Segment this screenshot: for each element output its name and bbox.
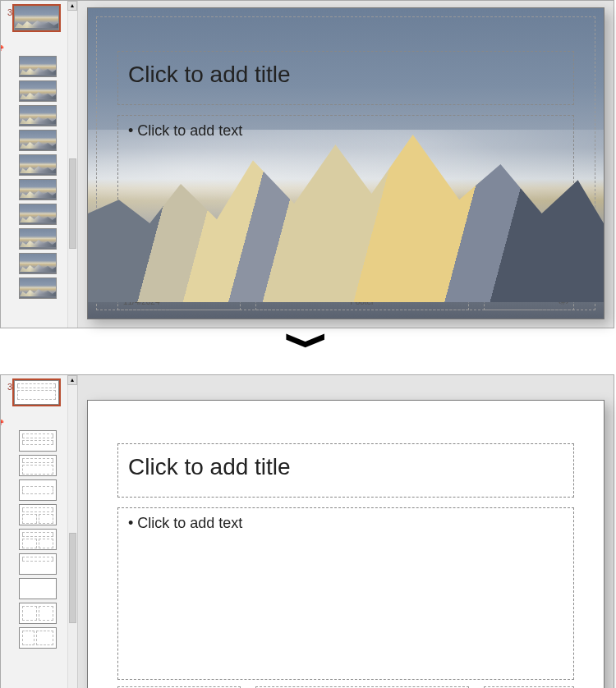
slide-master-view-after: ▴ 3 📌 Click to add title <box>0 374 614 688</box>
layout-thumbnail[interactable] <box>19 578 57 599</box>
master-slide-number: 3 <box>4 7 12 17</box>
layout-thumbnail[interactable] <box>19 179 57 200</box>
body-placeholder[interactable]: Click to add text <box>117 507 574 680</box>
title-placeholder-text: Click to add title <box>128 454 291 479</box>
scroll-up-button[interactable]: ▴ <box>67 1 77 11</box>
title-placeholder[interactable]: Click to add title <box>117 443 574 498</box>
layout-thumbnail[interactable] <box>19 479 57 501</box>
thumbnail-pane-top: ▴ 3 📌 <box>1 1 78 328</box>
slide-number-placeholder[interactable]: ‹#› <box>484 292 574 310</box>
pin-icon: 📌 <box>1 45 4 53</box>
scrollbar-track[interactable] <box>67 385 77 688</box>
layout-thumbnail[interactable] <box>19 228 57 250</box>
layout-thumbnail[interactable] <box>19 204 57 225</box>
slide-master-view-before: ▴ 3 📌 Click to add title <box>0 0 614 328</box>
thumbnail-pane-bottom: ▴ 3 📌 <box>1 375 78 688</box>
slide-editor-bottom: Click to add title Click to add text 11/… <box>78 375 614 688</box>
layout-thumbnail[interactable] <box>19 603 57 624</box>
body-placeholder[interactable]: Click to add text <box>117 115 574 282</box>
layout-thumbnail[interactable] <box>19 430 57 452</box>
layout-thumbnail[interactable] <box>19 277 57 299</box>
layout-thumbnail[interactable] <box>19 154 57 176</box>
scrollbar-thumb[interactable] <box>69 533 76 623</box>
master-slide-number: 3 <box>4 382 12 392</box>
layout-thumbnail[interactable] <box>19 553 57 575</box>
body-placeholder-text: Click to add text <box>128 122 242 139</box>
transition-arrow: ❯ <box>0 328 614 351</box>
layout-thumbnail[interactable] <box>19 80 57 102</box>
slide-master-thumbnail[interactable] <box>14 6 59 30</box>
slide-canvas-plain[interactable]: Click to add title Click to add text 11/… <box>87 400 605 688</box>
title-placeholder-text: Click to add title <box>128 62 291 87</box>
thumbnail-list-top: 3 📌 <box>1 1 67 328</box>
scroll-up-button[interactable]: ▴ <box>67 375 77 385</box>
chevron-up-icon: ▴ <box>71 376 74 383</box>
body-placeholder-text: Click to add text <box>128 515 242 531</box>
thumbnail-list-bottom: 3 📌 <box>1 375 67 688</box>
chevron-up-icon: ▴ <box>71 2 74 9</box>
title-placeholder[interactable]: Click to add title <box>117 51 574 105</box>
slide-editor-top: Click to add title Click to add text 11/… <box>78 1 614 328</box>
layout-thumbnail[interactable] <box>19 56 57 77</box>
slide-master-thumbnail[interactable] <box>14 380 59 405</box>
slide-canvas-with-background[interactable]: Click to add title Click to add text 11/… <box>87 7 605 319</box>
layout-thumbnail[interactable] <box>19 105 57 126</box>
scrollbar-track[interactable] <box>67 11 77 328</box>
layout-thumbnail[interactable] <box>19 130 57 151</box>
layout-thumbnail[interactable] <box>19 455 57 476</box>
layout-thumbnail[interactable] <box>19 253 57 274</box>
chevron-down-icon: ❯ <box>289 331 326 350</box>
layout-thumbnail[interactable] <box>19 529 57 550</box>
layout-thumbnail[interactable] <box>19 504 57 525</box>
footer-row: 11/4/2024 Footer ‹#› <box>117 292 574 310</box>
layout-thumbnail[interactable] <box>19 627 57 649</box>
footer-placeholder[interactable]: Footer <box>255 292 469 310</box>
date-placeholder[interactable]: 11/4/2024 <box>117 292 241 310</box>
pin-icon: 📌 <box>1 420 4 427</box>
scrollbar-thumb[interactable] <box>69 158 76 249</box>
